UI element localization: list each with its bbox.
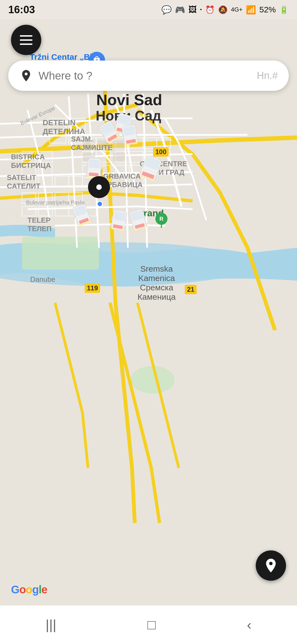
destination-input[interactable]: [38, 70, 254, 82]
svg-rect-51: [113, 153, 125, 161]
menu-bar-middle: [20, 39, 32, 41]
svg-rect-0: [0, 0, 297, 605]
mute-icon: 🔕: [218, 5, 228, 14]
alarm-icon: ⏰: [205, 5, 215, 14]
location-pin-icon: [19, 69, 33, 83]
recent-apps-button[interactable]: |||: [46, 617, 56, 633]
battery-percent: 52%: [259, 5, 276, 14]
notification-icon: 🎮: [175, 5, 185, 15]
status-time: 16:03: [8, 4, 35, 16]
search-bar[interactable]: Hn.#: [8, 61, 289, 91]
status-icons: 💬 🎮 🖼 • ⏰ 🔕 4G+ 📶 52% 🔋: [161, 5, 289, 15]
back-button[interactable]: ‹: [247, 617, 252, 633]
menu-bar-top: [20, 35, 32, 37]
home-button[interactable]: □: [147, 617, 156, 633]
navigation-bar: ||| □ ‹: [0, 605, 297, 644]
wifi-bars-icon: 📶: [246, 5, 256, 15]
google-logo: Google: [11, 583, 47, 596]
svg-rect-83: [89, 159, 100, 168]
chat-icon: 💬: [161, 5, 172, 15]
compass-button[interactable]: [256, 550, 286, 581]
hn-label: Hn.#: [257, 70, 278, 81]
status-bar: 16:03 💬 🎮 🖼 • ⏰ 🔕 4G+ 📶 52% 🔋: [0, 0, 297, 19]
dot-indicator: •: [200, 7, 202, 13]
compass-icon: [263, 557, 279, 574]
battery-icon: 🔋: [279, 5, 289, 14]
svg-point-3: [131, 366, 175, 394]
signal-icon: 4G+: [231, 6, 243, 13]
gallery-icon: 🖼: [188, 5, 197, 14]
menu-bar-bottom: [20, 43, 32, 45]
menu-button[interactable]: [11, 25, 41, 55]
svg-rect-47: [82, 140, 95, 149]
svg-text:R: R: [160, 216, 164, 222]
svg-rect-2: [22, 237, 99, 270]
